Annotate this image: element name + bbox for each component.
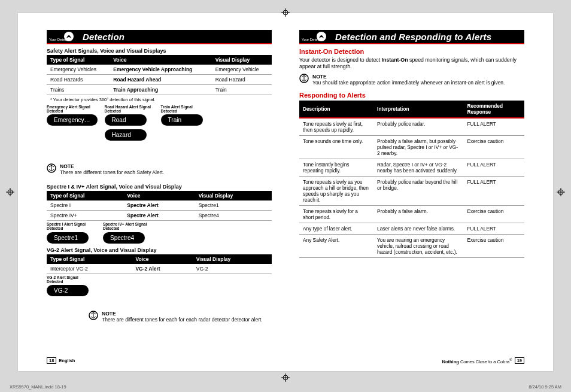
display-chip: Train [161, 114, 203, 126]
indesign-slug-date: 8/24/10 9:25 AM [529, 384, 561, 390]
page-header-right: Your Detector Detection and Responding t… [299, 30, 524, 44]
note-icon [89, 311, 98, 320]
display-chip: Hazard [105, 129, 147, 141]
table-row: Road HazardsRoad Hazard AheadRoad Hazard [47, 75, 272, 85]
vg2-table: Type of Signal Voice Visual Display Inte… [47, 254, 272, 274]
table-row: Tone repeats slowly for a short period.P… [299, 205, 524, 223]
spectre-table-caption: Spectre I & IV+ Alert Signal, Voice and … [47, 184, 272, 190]
page-number: 18 [47, 357, 56, 364]
page-title: Detection [83, 32, 124, 42]
responding-heading: Responding to Alerts [299, 92, 524, 99]
page-footer-right: Nothing Comes Close to a Cobra® 19 [442, 357, 524, 364]
table-row: Emergency VehiclesEmergency Vehicle Appr… [47, 65, 272, 75]
cobra-logo-icon [316, 31, 327, 42]
table-row: Any type of laser alert.Laser alerts are… [299, 223, 524, 234]
table-row: Spectre ISpectre AlertSpectre1 [47, 200, 272, 211]
safety-table-caption: Safety Alert Signals, Voice and Visual D… [47, 48, 272, 54]
instant-on-heading: Instant-On Detection [299, 48, 524, 55]
display-chip: Spectre1 [47, 232, 89, 244]
th-visual: Visual Display [212, 55, 272, 65]
note-text: NOTEThere are different tones for each f… [102, 311, 263, 323]
page-title: Detection and Responding to Alerts [335, 32, 491, 42]
chip-label: Emergency Alert Signal Detected [47, 105, 96, 113]
page-left: Your Detector Detection Safety Alert Sig… [47, 30, 272, 331]
cobra-tagline: Nothing Comes Close to a Cobra® [442, 357, 512, 364]
th-description: Description [299, 101, 373, 118]
page-right: Your Detector Detection and Responding t… [299, 30, 524, 331]
table-row: Interceptor VG-2VG-2 AlertVG-2 [47, 264, 272, 274]
registration-mark-icon [557, 188, 565, 196]
table-row: Any Safety Alert.You are nearing an emer… [299, 234, 524, 257]
th-voice: Voice [110, 55, 211, 65]
chip-label: Train Alert Signal Detected [161, 105, 210, 113]
table-row: Tone sounds one time only.Probably a fal… [299, 135, 524, 159]
display-chip: Emergency… [47, 114, 98, 126]
table-footnote: * Your detector provides 360° detection … [50, 97, 272, 102]
page-header-left: Your Detector Detection [47, 30, 272, 44]
vg2-table-caption: VG-2 Alert Signal, Voice and Visual Disp… [47, 247, 272, 253]
chip-label: Road Hazard Alert Signal Detected [105, 105, 154, 113]
note-icon [47, 163, 56, 173]
cobra-logo-icon [63, 31, 74, 42]
registration-mark-icon [6, 188, 14, 196]
table-row: Spectre IV+Spectre AlertSpectre4 [47, 211, 272, 221]
th-signal: Type of Signal [47, 55, 110, 65]
note-text: NOTEThere are different tones for each S… [60, 163, 164, 175]
instant-on-paragraph: Your detector is designed to detect Inst… [299, 57, 524, 70]
chip-label: Spectre IV+ Alert Signal Detected [103, 222, 152, 230]
manual-spread: Your Detector Detection Safety Alert Sig… [18, 13, 553, 371]
page-number: 19 [515, 357, 524, 364]
table-row: Tone repeats slowly as you approach a hi… [299, 176, 524, 205]
registration-mark-icon [281, 373, 290, 382]
display-chip: Road [105, 114, 147, 126]
display-chip: VG-2 [47, 285, 89, 296]
th-interpretation: Interpretation [373, 101, 463, 118]
spectre-table: Type of Signal Voice Visual Display Spec… [47, 191, 272, 221]
responding-table: Description Interpretation Recommended R… [299, 101, 524, 258]
table-row: TrainsTrain ApproachingTrain [47, 85, 272, 95]
registration-mark-icon [281, 8, 290, 17]
safety-alert-table: Type of Signal Voice Visual Display Emer… [47, 55, 272, 95]
chip-label: Spectre I Alert Signal Detected [47, 222, 96, 230]
note-text: NOTEYou should take appropriate action i… [312, 74, 505, 86]
page-language: English [59, 358, 75, 363]
display-chip: Spectre4 [103, 232, 145, 244]
th-recommended: Recommended Response [463, 101, 524, 118]
page-footer-left: 18 English [47, 357, 75, 364]
table-row: Tone instantly begins repeating rapidly.… [299, 159, 524, 176]
note-icon [299, 74, 309, 83]
chip-label: VG-2 Alert Signal Detected [47, 275, 96, 284]
indesign-slug-file: XRS9570_MANL.indd 18-19 [10, 384, 66, 390]
table-row: Tone repeats slowly at first, then speed… [299, 118, 524, 136]
